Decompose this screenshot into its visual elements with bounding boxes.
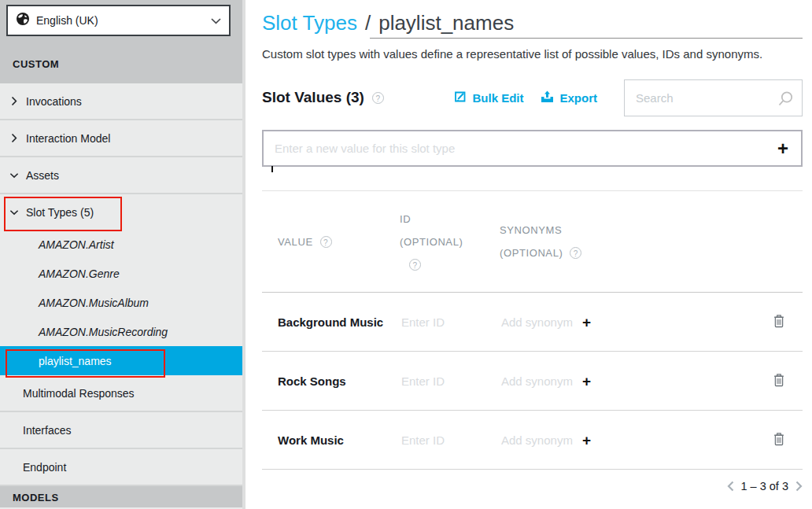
trash-icon: [773, 373, 785, 387]
delete-row-button[interactable]: [770, 429, 788, 452]
delete-row-button[interactable]: [770, 311, 788, 334]
language-selector-label: English (UK): [36, 14, 211, 27]
synonym-input[interactable]: [500, 374, 578, 389]
globe-icon: [16, 12, 30, 29]
sidebar-item-multimodal-responses[interactable]: Multimodal Responses: [0, 375, 242, 412]
bulk-edit-icon: [454, 90, 467, 105]
add-synonym-button[interactable]: +: [578, 315, 591, 330]
pagination: 1 – 3 of 3: [727, 480, 803, 492]
slot-value-text: Rock Songs: [278, 374, 400, 388]
breadcrumb-separator: /: [365, 11, 371, 35]
sidebar-item-label: Endpoint: [23, 461, 66, 474]
slot-value-text: Work Music: [278, 433, 400, 447]
slot-values-title: Slot Values (3): [262, 89, 364, 106]
pagination-prev-button[interactable]: [727, 481, 734, 492]
help-icon[interactable]: ?: [372, 92, 384, 104]
new-slot-value-row: +: [262, 130, 803, 167]
text-cursor: [271, 166, 273, 172]
table-header-row: VALUE ? ID (OPTIONAL) ? SYNONYMS (OPTION…: [262, 190, 803, 293]
slot-type-label: AMAZON.MusicRecording: [39, 326, 168, 338]
trash-icon: [773, 314, 785, 328]
sidebar-section-models: MODELS: [0, 492, 59, 503]
chevron-down-icon: [9, 172, 19, 179]
delete-row-button[interactable]: [770, 370, 788, 393]
synonym-input[interactable]: [500, 315, 578, 330]
slot-values-toolbar: Slot Values (3) ? Bulk Edit Export: [262, 79, 803, 116]
add-synonym-button[interactable]: +: [578, 374, 591, 389]
slot-type-label: AMAZON.Artist: [39, 238, 114, 251]
new-slot-value-input[interactable]: [264, 131, 765, 165]
sidebar-item-interaction-model[interactable]: Interaction Model: [0, 120, 242, 157]
sidebar-item-label: Assets: [26, 169, 59, 182]
col-header-synonyms: SYNONYMS: [500, 224, 755, 236]
slot-type-label: AMAZON.MusicAlbum: [39, 297, 149, 309]
col-header-id: ID: [400, 213, 500, 225]
sidebar-item-assets[interactable]: Assets: [0, 157, 242, 194]
trash-icon: [773, 432, 785, 446]
id-input[interactable]: [400, 315, 478, 330]
main-content: Slot Types / playlist_names Custom slot …: [262, 0, 803, 509]
sidebar-item-amazon-genre[interactable]: AMAZON.Genre: [0, 259, 242, 288]
add-value-button[interactable]: +: [765, 139, 801, 158]
slot-value-text: Background Music: [278, 315, 400, 329]
sidebar-item-label: Multimodal Responses: [23, 387, 135, 400]
sidebar-item-playlist-names[interactable]: playlist_names: [0, 346, 242, 375]
chevron-down-icon: [9, 209, 19, 216]
sidebar-scrollbar-track[interactable]: [242, 0, 245, 509]
sidebar-models-section: MODELS: [0, 486, 242, 507]
bulk-edit-button[interactable]: Bulk Edit: [454, 90, 523, 105]
sidebar-item-amazon-musicalbum[interactable]: AMAZON.MusicAlbum: [0, 288, 242, 317]
id-input[interactable]: [400, 433, 478, 448]
pagination-next-button[interactable]: [795, 481, 803, 492]
bulk-edit-label: Bulk Edit: [472, 91, 523, 105]
sidebar-item-amazon-artist[interactable]: AMAZON.Artist: [0, 230, 242, 259]
col-header-synonyms-optional: (OPTIONAL): [500, 247, 563, 259]
pagination-range-text: 1 – 3 of 3: [741, 480, 788, 492]
search-box: [624, 79, 803, 116]
chevron-right-icon: [795, 481, 803, 492]
help-icon[interactable]: ?: [409, 259, 421, 271]
slot-values-table: VALUE ? ID (OPTIONAL) ? SYNONYMS (OPTION…: [262, 190, 803, 470]
sidebar-item-interfaces[interactable]: Interfaces: [0, 412, 242, 449]
slot-type-label: AMAZON.Genre: [39, 267, 120, 280]
breadcrumb: Slot Types / playlist_names: [262, 11, 514, 35]
chevron-right-icon: [9, 133, 19, 143]
chevron-down-icon: [211, 13, 221, 28]
chevron-right-icon: [9, 96, 19, 106]
page-description: Custom slot types with values define a r…: [262, 47, 762, 61]
table-row: Background Music +: [262, 293, 803, 352]
slot-type-label: playlist_names: [39, 355, 112, 367]
title-underline: [370, 38, 803, 39]
export-icon: [541, 90, 554, 105]
sidebar-item-invocations[interactable]: Invocations: [0, 83, 242, 120]
id-input[interactable]: [400, 374, 478, 389]
col-header-id-optional: (OPTIONAL): [400, 236, 500, 248]
sidebar-item-label: Invocations: [26, 95, 82, 108]
sidebar-custom-section: English (UK) CUSTOM: [0, 0, 242, 83]
sidebar-item-label: Interaction Model: [26, 132, 110, 145]
sidebar: English (UK) CUSTOM Invocations Interact…: [0, 0, 242, 509]
search-icon[interactable]: [777, 90, 794, 111]
synonym-input[interactable]: [500, 433, 578, 448]
chevron-left-icon: [727, 481, 734, 492]
export-button[interactable]: Export: [541, 90, 597, 105]
table-row: Rock Songs +: [262, 352, 803, 411]
help-icon[interactable]: ?: [320, 236, 332, 248]
table-row: Work Music +: [262, 411, 803, 470]
sidebar-item-slot-types[interactable]: Slot Types (5): [0, 194, 242, 230]
sidebar-item-amazon-musicrecording[interactable]: AMAZON.MusicRecording: [0, 317, 242, 346]
breadcrumb-slot-types-link[interactable]: Slot Types: [262, 11, 357, 35]
sidebar-section-custom: CUSTOM: [0, 58, 59, 70]
language-selector[interactable]: English (UK): [6, 5, 231, 36]
help-icon[interactable]: ?: [570, 247, 581, 259]
sidebar-item-label: Slot Types (5): [26, 206, 94, 219]
add-synonym-button[interactable]: +: [578, 433, 591, 448]
page-title: playlist_names: [378, 11, 514, 35]
export-label: Export: [559, 91, 597, 105]
sidebar-item-endpoint[interactable]: Endpoint: [0, 449, 242, 486]
col-header-value: VALUE: [278, 236, 313, 248]
sidebar-item-label: Interfaces: [23, 424, 71, 437]
